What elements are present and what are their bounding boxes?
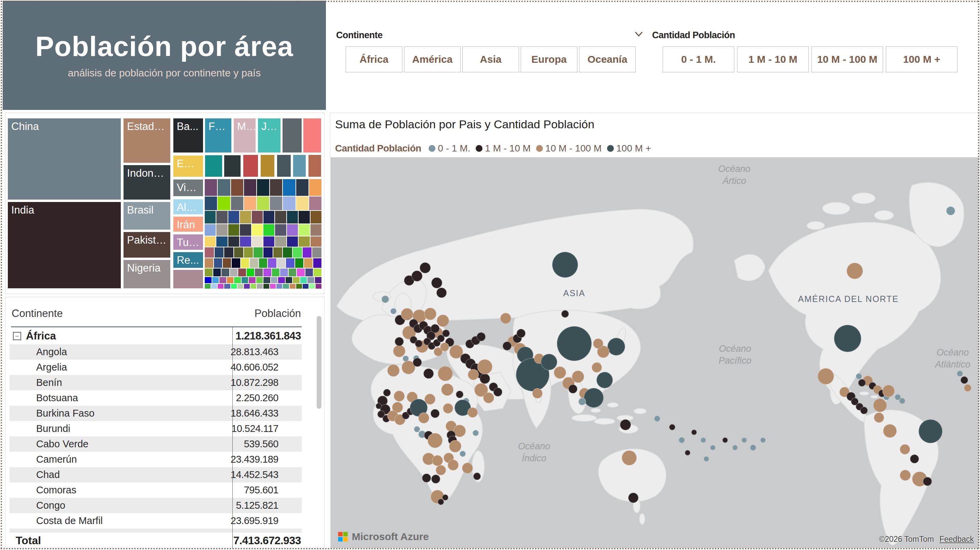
map-bubble[interactable] (532, 388, 542, 399)
map-bubble[interactable] (431, 277, 442, 288)
map-bubble[interactable] (620, 419, 631, 430)
treemap-cell[interactable] (302, 247, 312, 258)
treemap-cell[interactable] (286, 236, 298, 247)
treemap-cell[interactable] (313, 268, 322, 277)
table-row-camerún[interactable]: Camerún23.439.189 (10, 452, 302, 467)
treemap-cell[interactable] (304, 258, 313, 268)
table-header-continente[interactable]: Continente (11, 307, 63, 320)
map-bubble[interactable] (517, 329, 525, 338)
treemap-cell[interactable] (276, 283, 283, 289)
treemap-cell[interactable] (315, 283, 322, 289)
treemap-cell[interactable] (303, 118, 322, 153)
treemap-cell-ja[interactable]: Ja... (257, 118, 281, 153)
treemap-cell[interactable] (260, 154, 275, 177)
treemap-cell[interactable] (216, 224, 228, 236)
table-row-chad[interactable]: Chad14.452.543 (10, 467, 302, 482)
map-bubble[interactable] (415, 340, 422, 347)
map-bubble[interactable] (957, 370, 963, 377)
treemap-cell[interactable] (238, 268, 247, 277)
table-row-botsuana[interactable]: Botsuana2.250.260 (10, 390, 302, 406)
map-bubble[interactable] (541, 354, 557, 370)
treemap-cell[interactable] (228, 210, 240, 224)
map-bubble[interactable] (431, 409, 439, 418)
treemap-cell[interactable] (204, 258, 213, 268)
treemap-cell-fe[interactable]: Fe... (204, 118, 232, 153)
treemap-cell[interactable] (255, 268, 263, 277)
map-bubble[interactable] (608, 338, 625, 356)
treemap-cell-irán[interactable]: Irán (173, 216, 204, 233)
map-bubble[interactable] (473, 430, 479, 436)
table-row-argelia[interactable]: Argelia40.606.052 (10, 359, 302, 375)
treemap-cell[interactable] (253, 247, 263, 258)
map-bubble[interactable] (923, 477, 932, 486)
treemap-cell[interactable] (224, 247, 234, 258)
treemap-cell[interactable] (282, 118, 302, 153)
slicer-option-europa[interactable]: Europa (521, 46, 578, 72)
treemap-cell[interactable] (310, 210, 322, 224)
map-bubble[interactable] (438, 366, 453, 381)
table-row-burundi[interactable]: Burundi10.524.117 (10, 421, 302, 436)
treemap-cell[interactable] (250, 283, 256, 289)
map-bubble[interactable] (443, 403, 453, 413)
map-bubble[interactable] (910, 455, 919, 463)
table-row-benín[interactable]: Benín10.872.298 (10, 375, 302, 390)
treemap-cell[interactable] (285, 277, 293, 283)
treemap-cell[interactable] (310, 224, 322, 236)
collapse-icon[interactable]: − (13, 332, 21, 340)
map-bubble[interactable] (413, 358, 422, 367)
map-bubble[interactable] (900, 470, 911, 481)
map-bubble[interactable] (477, 332, 485, 341)
map-bubble[interactable] (856, 373, 862, 379)
map-bubble[interactable] (393, 345, 406, 357)
map-bubble[interactable] (622, 450, 637, 466)
treemap-cell[interactable] (243, 154, 259, 177)
map-bubble[interactable] (584, 388, 604, 408)
map-bubble[interactable] (760, 437, 766, 443)
treemap-cell-nigeria[interactable]: Nigeria (123, 259, 171, 289)
treemap-cell[interactable] (309, 179, 322, 197)
treemap-cell[interactable] (204, 196, 217, 210)
slicer-option-américa[interactable]: América (404, 46, 461, 72)
map-bubble[interactable] (493, 388, 502, 396)
treemap-cell[interactable] (212, 277, 220, 283)
slicer-option-áfrica[interactable]: África (346, 46, 402, 72)
treemap-cell[interactable] (204, 236, 216, 247)
treemap-cell[interactable] (313, 258, 322, 268)
map-bubble[interactable] (846, 263, 863, 279)
map-bubble[interactable] (460, 451, 466, 457)
map-bubble[interactable] (383, 389, 391, 396)
treemap-cell[interactable] (286, 224, 298, 236)
treemap-cell[interactable] (231, 283, 237, 289)
map-bubble[interactable] (750, 445, 756, 451)
treemap-cell[interactable] (217, 179, 230, 197)
map-bubble[interactable] (572, 370, 584, 383)
treemap-cell[interactable] (256, 283, 263, 289)
treemap-cell[interactable] (216, 210, 228, 224)
treemap-cell[interactable] (216, 236, 228, 247)
map-bubble[interactable] (424, 308, 436, 320)
treemap-cell[interactable] (275, 236, 286, 247)
treemap-cell[interactable] (247, 268, 255, 277)
treemap-cell[interactable] (204, 277, 212, 283)
map-bubble[interactable] (883, 424, 897, 438)
table-row-congo[interactable]: Congo5.125.821 (10, 498, 302, 513)
map-bubble[interactable] (483, 393, 494, 403)
treemap-cell[interactable] (305, 268, 313, 277)
treemap-cell[interactable] (290, 283, 296, 289)
treemap-cell[interactable] (240, 236, 251, 247)
table-row-burkina-faso[interactable]: Burkina Faso18.646.433 (10, 406, 302, 421)
map-bubble[interactable] (654, 416, 660, 422)
treemap-cell[interactable] (277, 154, 291, 177)
map-bubble[interactable] (710, 445, 716, 450)
treemap-cell[interactable] (231, 258, 240, 268)
slicer-option-100-m-+[interactable]: 100 M + (886, 46, 958, 72)
treemap-cell[interactable] (275, 210, 286, 224)
map-bubble[interactable] (691, 429, 697, 435)
map-bubble[interactable] (449, 440, 461, 452)
treemap-cell[interactable] (251, 210, 263, 224)
treemap-cell[interactable] (300, 277, 307, 283)
treemap-cell[interactable] (204, 224, 216, 236)
treemap-cell[interactable] (298, 210, 310, 224)
treemap-cell-ba[interactable]: Ba... (173, 118, 204, 153)
slicer-option-10-m-100-m[interactable]: 10 M - 100 M (811, 46, 883, 72)
